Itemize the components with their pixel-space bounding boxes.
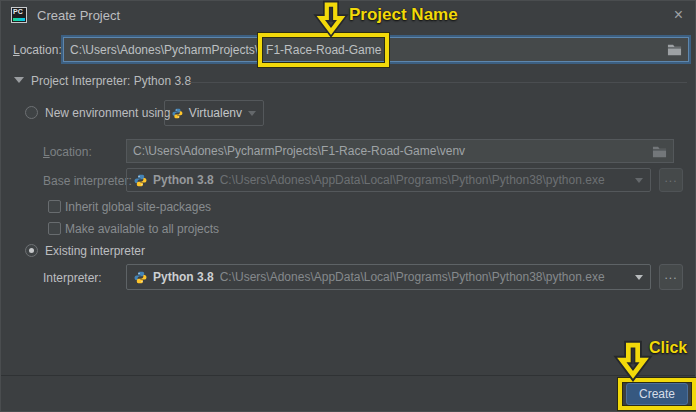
virtualenv-python-icon bbox=[172, 107, 183, 120]
interpreter-combo[interactable]: Python 3.8 C:\Users\Adones\AppData\Local… bbox=[126, 264, 651, 290]
annotation-project-name-label: Project Name bbox=[349, 5, 458, 25]
venv-location-value: C:\Users\Adones\PycharmProjects\F1-Race-… bbox=[133, 144, 465, 158]
interpreter-label: Interpreter: bbox=[43, 271, 102, 285]
base-interpreter-path: C:\Users\Adones\AppData\Local\Programs\P… bbox=[220, 173, 605, 187]
interpreter-section-header: Project Interpreter: Python 3.8 bbox=[31, 74, 191, 88]
project-name-text: F1-Race-Road-Game bbox=[266, 43, 381, 57]
radio-new-environment[interactable] bbox=[25, 106, 38, 119]
inner-location-label: Location: bbox=[43, 145, 92, 159]
interpreter-path: C:\Users\Adones\AppData\Local\Programs\P… bbox=[220, 270, 605, 284]
window-title: Create Project bbox=[37, 8, 120, 23]
radio-existing-interpreter[interactable] bbox=[25, 244, 38, 257]
section-separator bbox=[187, 82, 687, 83]
chevron-down-icon bbox=[248, 111, 256, 116]
venv-type-combo: Virtualenv bbox=[164, 100, 264, 126]
pycharm-logo-text: PC bbox=[13, 8, 23, 15]
project-name-highlight-box: F1-Race-Road-Game bbox=[258, 33, 389, 67]
chevron-down-icon bbox=[635, 178, 643, 183]
location-input[interactable]: C:\Users\Adones\PycharmProjects\F1-Race-… bbox=[63, 37, 689, 62]
inherit-site-packages-label: Inherit global site-packages bbox=[65, 200, 211, 214]
interpreter-browse-button[interactable]: ... bbox=[659, 264, 683, 290]
location-path-prefix: C:\Users\Adones\PycharmProjects\ bbox=[70, 43, 258, 57]
base-interpreter-combo: Python 3.8 C:\Users\Adones\AppData\Local… bbox=[126, 168, 651, 192]
create-button-highlight-box: Create bbox=[618, 378, 696, 410]
collapse-triangle-icon[interactable] bbox=[14, 77, 24, 83]
venv-type-value: Virtualenv bbox=[189, 106, 242, 120]
existing-interpreter-label: Existing interpreter bbox=[45, 244, 145, 258]
annotation-click-label: Click bbox=[649, 339, 687, 357]
make-available-label: Make available to all projects bbox=[65, 222, 219, 236]
annotation-arrow-down-icon bbox=[619, 342, 647, 378]
location-label: Location: bbox=[13, 43, 62, 57]
pycharm-logo-icon: PC bbox=[11, 7, 27, 23]
venv-location-field: C:\Users\Adones\PycharmProjects\F1-Race-… bbox=[126, 139, 674, 163]
checkbox-make-available-all-projects[interactable] bbox=[48, 222, 61, 235]
footer-divider bbox=[1, 375, 695, 376]
checkbox-inherit-site-packages[interactable] bbox=[48, 200, 61, 213]
chevron-down-icon bbox=[635, 275, 643, 280]
python-icon bbox=[134, 271, 147, 284]
new-environment-label: New environment using bbox=[45, 106, 170, 120]
base-interpreter-version: Python 3.8 bbox=[153, 173, 214, 187]
base-interpreter-browse-button: ... bbox=[659, 168, 683, 192]
folder-icon bbox=[652, 145, 667, 158]
interpreter-version: Python 3.8 bbox=[153, 270, 214, 284]
python-icon bbox=[134, 174, 147, 187]
annotation-arrow-down-icon bbox=[318, 2, 344, 34]
folder-icon[interactable] bbox=[667, 43, 682, 56]
base-interpreter-label: Base interpreter: bbox=[43, 174, 132, 188]
close-icon[interactable]: × bbox=[674, 5, 683, 25]
create-button[interactable]: Create bbox=[626, 383, 688, 405]
create-project-dialog: PC Create Project × Location: C:\Users\A… bbox=[0, 0, 696, 412]
